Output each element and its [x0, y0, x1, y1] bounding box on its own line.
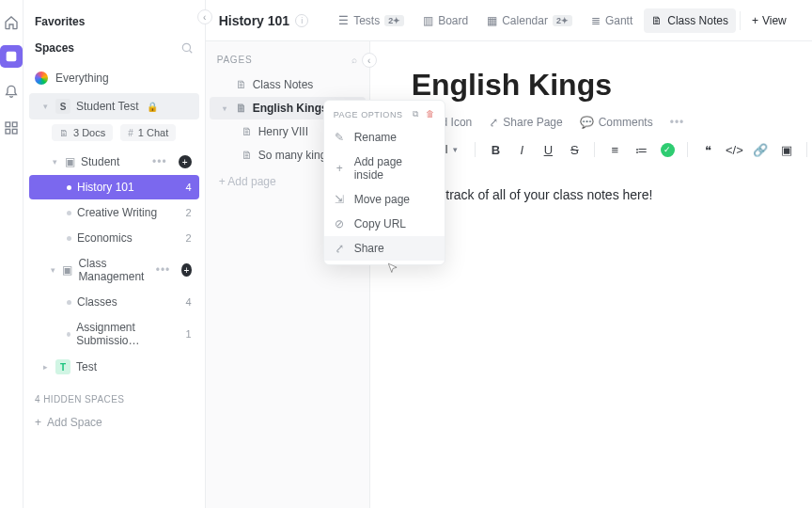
tab-calendar[interactable]: ▦Calendar2✦: [479, 8, 580, 33]
image-button[interactable]: ▣: [778, 143, 795, 157]
docs-chip[interactable]: 🗎3 Docs: [52, 124, 113, 141]
pages-panel: ‹ PAGES ⌕ 🗎 Class Notes ▾ 🗎 English King…: [206, 41, 370, 508]
list-dot-icon: [67, 185, 71, 190]
italic-button[interactable]: I: [513, 143, 530, 157]
divider: [594, 142, 595, 157]
search-icon[interactable]: [180, 41, 194, 55]
menu-header: PAGE OPTIONS ⧉ 🗑: [324, 106, 445, 125]
list-icon: ☰: [338, 14, 349, 27]
link-icon: ⊘: [334, 217, 346, 230]
chat-chip[interactable]: #1 Chat: [120, 124, 176, 141]
add-icon[interactable]: +: [181, 263, 191, 277]
svg-rect-4: [12, 129, 17, 134]
numbered-list-button[interactable]: ≔: [632, 143, 649, 157]
list-classes[interactable]: Classes4: [29, 290, 199, 314]
add-space-button[interactable]: +Add Space: [23, 410, 205, 435]
chevron-down-icon: ▾: [453, 145, 458, 154]
list-economics[interactable]: Economics2: [29, 226, 199, 250]
link-button[interactable]: 🔗: [752, 143, 769, 157]
divider: [740, 11, 741, 30]
notifications-icon[interactable]: [2, 81, 21, 100]
space-initial: T: [55, 359, 70, 374]
favorites-header[interactable]: Favorites: [23, 11, 205, 38]
svg-rect-1: [6, 122, 10, 127]
pencil-icon: ✎: [334, 131, 346, 144]
list-assignment-submission[interactable]: Assignment Submissio…1: [29, 315, 199, 353]
file-icon: 🗎: [236, 78, 247, 91]
doc-title[interactable]: English Kings: [412, 68, 812, 103]
doc-icon: 🗎: [651, 14, 663, 27]
sidebar-collapse-icon[interactable]: ‹: [197, 9, 212, 24]
menu-add-page-inside[interactable]: +Add page inside: [324, 150, 445, 187]
apps-icon[interactable]: [2, 119, 21, 137]
menu-copy-url[interactable]: ⊘Copy URL: [324, 212, 445, 236]
topbar: History 101 i ☰Tests2✦ ▥Board ▦Calendar2…: [206, 0, 812, 41]
tab-board[interactable]: ▥Board: [415, 8, 476, 33]
everything-label: Everything: [55, 71, 109, 85]
doc-body[interactable]: Keep track of all of your class notes he…: [412, 170, 812, 202]
file-icon: 🗎: [242, 149, 253, 162]
pages-header: PAGES ⌕: [206, 41, 369, 72]
quote-button[interactable]: ❝: [699, 143, 716, 157]
page-options-menu: PAGE OPTIONS ⧉ 🗑 ✎Rename +Add page insid…: [323, 100, 445, 265]
chevron-down-icon: ▾: [223, 104, 230, 113]
add-view-button[interactable]: +View: [744, 9, 794, 32]
share-icon: ⤤: [334, 242, 346, 255]
tab-class-notes[interactable]: 🗎Class Notes: [644, 8, 736, 33]
space-chips: 🗎3 Docs #1 Chat: [23, 120, 205, 149]
bullet-list-button[interactable]: ≡: [606, 143, 623, 157]
spaces-header[interactable]: Spaces: [23, 38, 205, 64]
menu-move-page[interactable]: ⇲Move page: [324, 187, 445, 212]
page-class-notes[interactable]: 🗎 Class Notes: [210, 73, 366, 96]
list-creative-writing[interactable]: Creative Writing2: [29, 200, 199, 225]
file-icon: 🗎: [236, 102, 247, 115]
gantt-icon: ≣: [591, 14, 601, 27]
lock-icon: 🔒: [147, 102, 158, 112]
board-icon: ▥: [423, 14, 433, 27]
underline-button[interactable]: U: [539, 143, 556, 157]
space-test[interactable]: ▸ T Test: [29, 354, 199, 380]
tab-tests[interactable]: ☰Tests2✦: [331, 8, 412, 33]
duplicate-icon[interactable]: ⧉: [413, 109, 419, 119]
comments-button[interactable]: 💬Comments: [580, 116, 653, 129]
pages-header-label: PAGES: [217, 55, 253, 65]
svg-rect-3: [6, 129, 10, 134]
divider: [806, 142, 807, 157]
code-button[interactable]: </>: [726, 143, 742, 157]
folder-class-management[interactable]: ▾ ▣ Class Management ••• +: [29, 251, 199, 289]
plus-icon: +: [334, 162, 346, 175]
hidden-spaces-label[interactable]: 4 HIDDEN SPACES: [23, 381, 205, 410]
list-history-101[interactable]: History 1014: [29, 175, 199, 199]
plus-icon: +: [35, 416, 41, 429]
svg-rect-2: [12, 122, 17, 127]
spaces-icon[interactable]: [0, 45, 23, 68]
space-student-test[interactable]: ▾ S Student Test 🔒: [29, 93, 199, 119]
menu-share[interactable]: ⤤Share: [324, 236, 445, 261]
move-icon: ⇲: [334, 193, 346, 206]
sidebar-item-everything[interactable]: Everything: [23, 64, 205, 92]
svg-rect-0: [7, 52, 17, 62]
info-icon[interactable]: i: [295, 14, 308, 27]
strikethrough-button[interactable]: S: [566, 143, 583, 157]
space-name: Student Test: [76, 100, 139, 113]
doc-actions: ☺Add Icon ⤤Share Page 💬Comments •••: [412, 116, 812, 129]
share-page-button[interactable]: ⤤Share Page: [489, 116, 562, 129]
home-icon[interactable]: [2, 13, 21, 32]
bold-button[interactable]: B: [487, 143, 504, 157]
doc-icon: 🗎: [59, 128, 69, 138]
tab-gantt[interactable]: ≣Gantt: [584, 8, 640, 33]
breadcrumb[interactable]: History 101 i: [219, 13, 308, 28]
list-dot-icon: [67, 211, 71, 215]
search-icon[interactable]: ⌕: [351, 55, 358, 65]
checklist-button[interactable]: ✓: [659, 143, 676, 157]
share-icon: ⤤: [489, 116, 498, 129]
menu-rename[interactable]: ✎Rename: [324, 125, 445, 150]
chevron-right-icon: ▸: [40, 362, 50, 372]
chevron-down-icon: ▾: [40, 102, 50, 111]
file-icon: 🗎: [242, 125, 253, 138]
space-initial: S: [55, 99, 70, 114]
delete-icon[interactable]: 🗑: [426, 109, 435, 119]
add-icon[interactable]: +: [179, 155, 192, 168]
folder-student[interactable]: ▾ ▣ Student ••• +: [29, 150, 199, 174]
svg-point-5: [182, 43, 190, 51]
